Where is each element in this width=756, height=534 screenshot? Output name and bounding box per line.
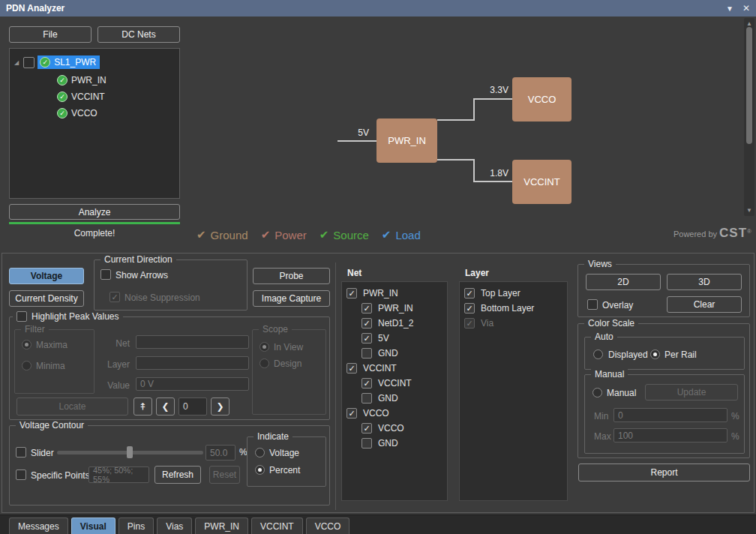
node-vccint[interactable]: VCCINT (512, 160, 572, 204)
check-circle-icon (40, 57, 50, 68)
legend-power: ✔ Power (261, 228, 307, 242)
input-voltage-label: 5V (344, 128, 369, 138)
view-2d-button[interactable]: 2D (586, 274, 661, 290)
tree-row-root[interactable]: ◢ SL1_PWR (14, 55, 100, 70)
net-item[interactable]: NetD1_2 (342, 316, 447, 331)
max-field[interactable]: 100 (614, 428, 728, 442)
slider-value-field[interactable]: 50.0 (206, 445, 236, 460)
specific-points-field[interactable]: 45%; 50%; 55% (88, 466, 149, 483)
scroll-up-icon[interactable]: ▲ (744, 20, 754, 27)
net-item[interactable]: GND (342, 436, 447, 451)
scroll-down-icon[interactable]: ▼ (744, 207, 754, 214)
slider-checkbox[interactable] (16, 447, 26, 458)
min-field[interactable]: 0 (614, 408, 728, 422)
locate-button: Locate (16, 398, 128, 416)
peak-net-field[interactable] (136, 335, 249, 349)
image-capture-button[interactable]: Image Capture (253, 290, 330, 307)
net-item[interactable]: 5V (342, 331, 447, 346)
displayed-radio[interactable] (593, 350, 603, 359)
cst-logo: CST (719, 226, 747, 240)
manual-radio[interactable] (592, 388, 602, 398)
tab-vias[interactable]: Vias (157, 518, 192, 534)
check-icon: ✔ (261, 228, 271, 242)
vccint-voltage-label: 1.8V (480, 168, 508, 178)
noise-suppression-label: Noise Suppression (124, 292, 200, 303)
show-arrows-checkbox[interactable] (100, 269, 111, 280)
wire-to-vcco (473, 98, 512, 100)
layer-item[interactable]: Bottom Layer (460, 301, 567, 316)
legend-source: ✔ Source (320, 228, 369, 242)
views-group: Views 2D 3D Overlay Clear (578, 264, 750, 317)
skip-first-icon: ⤉ (141, 401, 145, 412)
layer-item[interactable]: Top Layer (460, 286, 567, 301)
color-scale-group: Color Scale Auto Displayed Per Rail Manu… (578, 323, 750, 458)
dropdown-icon[interactable]: ▼ (726, 4, 734, 13)
specific-points-checkbox[interactable] (16, 470, 26, 480)
reset-button: Reset (209, 466, 240, 484)
analysis-progress-bar (9, 222, 180, 224)
voltage-contour-group: Voltage Contour Slider 50.0 % Specific P… (9, 425, 330, 506)
net-item[interactable]: GND (342, 346, 447, 361)
tree-root-checkbox[interactable] (23, 57, 34, 68)
clear-button[interactable]: Clear (667, 296, 742, 313)
tab-pins[interactable]: Pins (118, 518, 154, 534)
net-item[interactable]: PWR_IN (342, 286, 447, 301)
voltage-mode-button[interactable]: Voltage (9, 268, 84, 284)
diagram-scrollbar[interactable]: ▲ ▼ (744, 18, 754, 216)
legend-load: ✔ Load (382, 228, 421, 242)
tree-expand-icon[interactable]: ◢ (14, 59, 19, 66)
layer-field-label: Layer (104, 359, 130, 370)
analyze-button[interactable]: Analyze (9, 204, 180, 220)
peak-layer-field[interactable] (136, 356, 249, 370)
current-density-mode-button[interactable]: Current Density (9, 290, 84, 307)
net-item[interactable]: VCCO (342, 406, 447, 421)
node-vcco[interactable]: VCCO (512, 77, 572, 122)
tab-pwr-in[interactable]: PWR_IN (195, 518, 248, 534)
previous-peak-button[interactable]: ❮ (156, 398, 175, 416)
tree-row-pwr-in[interactable]: PWR_IN (57, 73, 106, 88)
slider-handle[interactable] (127, 446, 133, 458)
auto-group: Auto Displayed Per Rail (584, 337, 745, 370)
scrollbar-thumb[interactable] (746, 27, 752, 144)
file-button[interactable]: File (9, 26, 92, 43)
next-peak-button[interactable]: ❯ (211, 398, 230, 416)
node-pwr-in[interactable]: PWR_IN (376, 118, 437, 163)
tree-row-vcco[interactable]: VCCO (57, 106, 98, 121)
peak-value-field[interactable]: 0 V (136, 377, 249, 391)
refresh-button[interactable]: Refresh (154, 466, 201, 484)
net-item[interactable]: VCCINT (342, 361, 447, 376)
indicate-percent-radio[interactable] (255, 465, 265, 475)
indicate-voltage-radio[interactable] (255, 448, 265, 458)
tree-root-selected[interactable]: SL1_PWR (38, 56, 100, 69)
wire-to-vcco (473, 98, 475, 121)
manual-group: Manual Manual Update Min 0 % Max 100 % (584, 374, 745, 454)
net-item[interactable]: VCCO (342, 421, 447, 436)
dc-nets-button[interactable]: DC Nets (98, 26, 180, 43)
per-rail-radio[interactable] (650, 350, 660, 359)
report-button[interactable]: Report (578, 464, 750, 482)
tab-visual[interactable]: Visual (71, 518, 116, 534)
net-item[interactable]: PWR_IN (342, 301, 447, 316)
layer-panel: Layer Top Layer Bottom Layer Via (459, 265, 568, 501)
tree-row-vccint[interactable]: VCCINT (57, 89, 105, 104)
tab-vccint[interactable]: VCCINT (251, 518, 303, 534)
check-circle-icon (57, 75, 68, 86)
tab-vcco[interactable]: VCCO (306, 518, 350, 534)
tab-messages[interactable]: Messages (9, 518, 68, 534)
highlight-peak-values-checkbox[interactable] (16, 311, 27, 322)
first-peak-button[interactable]: ⤉ (134, 398, 152, 416)
net-item[interactable]: VCCINT (342, 376, 447, 391)
view-3d-button[interactable]: 3D (667, 274, 742, 290)
wire-to-vccint (473, 181, 512, 182)
probe-button[interactable]: Probe (253, 268, 330, 284)
wire-to-vccint (437, 159, 475, 160)
overlay-checkbox[interactable] (587, 299, 598, 310)
net-item[interactable]: GND (342, 391, 447, 406)
close-icon[interactable]: ✕ (742, 3, 750, 14)
title-bar: PDN Analyzer ▼ ✕ (0, 0, 756, 16)
overlay-label: Overlay (602, 300, 633, 310)
min-percent-sign: % (731, 411, 740, 422)
check-icon: ✔ (196, 228, 206, 242)
max-percent-sign: % (731, 431, 740, 442)
peak-index-field[interactable]: 0 (178, 398, 207, 416)
